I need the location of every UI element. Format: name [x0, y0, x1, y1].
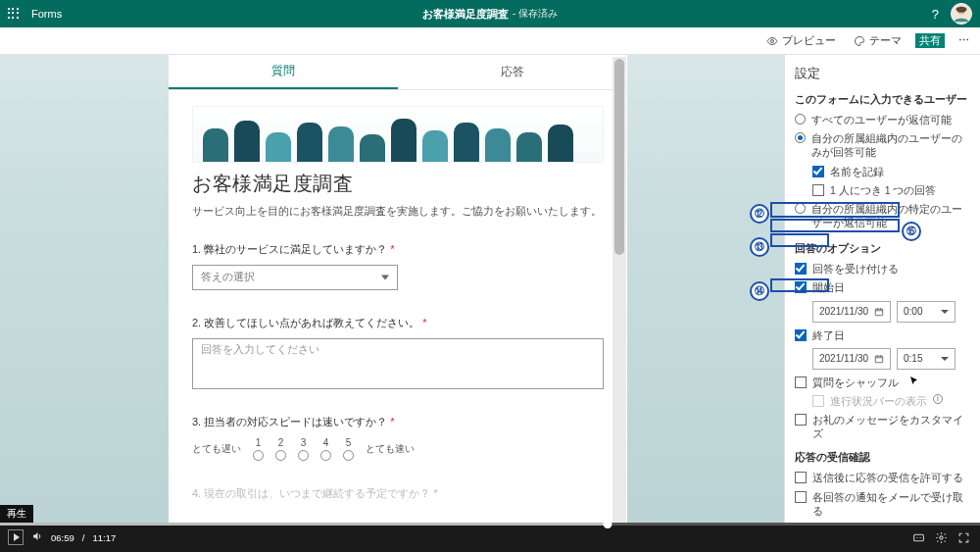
opt-accept[interactable]: 回答を受け付ける: [795, 262, 972, 276]
form-title[interactable]: お客様満足度調査: [192, 171, 604, 197]
checkbox-icon: [795, 491, 807, 503]
required-mark: *: [390, 416, 394, 427]
preview-button[interactable]: プレビュー: [762, 33, 840, 48]
avatar[interactable]: [951, 3, 972, 25]
video-progress-fill: [0, 523, 608, 526]
q2-textarea[interactable]: 回答を入力してください: [192, 338, 604, 389]
required-mark: *: [422, 317, 426, 328]
form-scrollbar[interactable]: [612, 57, 626, 523]
tab-questions-label: 質問: [271, 63, 295, 79]
q2-label: 2. 改善してほしい点があれば教えてください。: [192, 317, 419, 328]
opt-end-date[interactable]: 終了日: [795, 328, 972, 342]
settings-gear-icon[interactable]: [935, 531, 948, 544]
play-icon: [14, 533, 20, 541]
annotation-12: ⑫: [750, 204, 769, 224]
play-label: 再生: [0, 505, 33, 523]
form-header-image[interactable]: [192, 106, 604, 163]
who-heading: このフォームに入力できるユーザー: [795, 92, 972, 107]
annotation-13: ⑬: [750, 237, 769, 257]
tab-responses-label: 応答: [501, 64, 524, 80]
volume-icon: [31, 530, 43, 542]
fullscreen-icon[interactable]: [957, 531, 970, 544]
opt-record-name[interactable]: 名前を記録: [812, 165, 972, 178]
start-time-input[interactable]: 0:00: [897, 301, 956, 323]
start-date-input[interactable]: 2021/11/30: [812, 301, 891, 323]
app-brand: Forms: [31, 8, 62, 20]
annotation-15: ⑮: [902, 222, 921, 241]
question-1[interactable]: 1. 弊社のサービスに満足していますか？ * 答えの選択: [192, 242, 604, 290]
opt-shuffle[interactable]: 質問をシャッフル: [795, 376, 972, 389]
app-launcher-button[interactable]: [0, 0, 27, 27]
workspace: 質問 応答 お客様満足度調査: [0, 55, 980, 523]
opt-one-per[interactable]: 1 人につき 1 つの回答: [812, 183, 972, 197]
annotation-14: ⑭: [750, 281, 769, 301]
radio-icon: [795, 132, 806, 143]
required-mark: *: [390, 243, 394, 255]
action-bar: プレビュー テーマ 共有 ⋯: [0, 27, 980, 55]
checkbox-icon: [795, 414, 807, 426]
scrollbar-thumb[interactable]: [614, 59, 624, 255]
svg-point-2: [771, 39, 774, 42]
checkbox-icon: [812, 184, 824, 196]
palette-icon: [854, 35, 865, 47]
captions-icon[interactable]: [912, 531, 925, 544]
checkbox-icon: [795, 281, 807, 293]
question-3[interactable]: 3. 担当者の対応スピードは速いですか？ * とても遅い 1 2 3 4 5 と…: [192, 415, 604, 461]
opt-org[interactable]: 自分の所属組織内のユーザーのみが回答可能: [795, 131, 972, 159]
help-icon[interactable]: ?: [932, 7, 939, 22]
form-description[interactable]: サービス向上を目的にお客様満足度調査を実施します。ご協力をお願いいたします。: [192, 205, 604, 219]
rating-option-3[interactable]: 3: [298, 437, 309, 461]
q1-select[interactable]: 答えの選択: [192, 265, 398, 290]
video-progress-knob[interactable]: [604, 520, 612, 528]
tab-questions[interactable]: 質問: [169, 55, 398, 89]
share-button[interactable]: 共有: [915, 33, 945, 48]
settings-pane: 設定 このフォームに入力できるユーザー すべてのユーザーが返信可能 自分の所属組…: [784, 55, 980, 523]
info-icon[interactable]: i: [933, 394, 943, 404]
document-title[interactable]: お客様満足度調査: [422, 7, 509, 22]
tab-responses[interactable]: 応答: [398, 55, 627, 89]
volume-button[interactable]: [31, 530, 43, 544]
receipt-heading: 応答の受信確認: [795, 450, 972, 465]
q1-label: 1. 弊社のサービスに満足していますか？: [192, 243, 387, 255]
checkbox-icon: [795, 376, 807, 388]
checkbox-icon: [812, 395, 824, 407]
opt-allow-receipt[interactable]: 送信後に応答の受信を許可する: [795, 471, 972, 484]
q3-label: 3. 担当者の対応スピードは速いですか？: [192, 416, 387, 427]
app-bar: Forms お客様満足度調査 - 保存済み ?: [0, 0, 980, 27]
rating-option-5[interactable]: 5: [343, 437, 354, 461]
rating-option-1[interactable]: 1: [253, 437, 264, 461]
preview-label: プレビュー: [782, 33, 836, 48]
svg-point-6: [940, 535, 943, 538]
opt-start-date[interactable]: 開始日: [795, 280, 972, 294]
rating-high-label: とても速い: [366, 442, 415, 456]
play-button[interactable]: [8, 529, 24, 545]
checkbox-icon: [795, 263, 807, 275]
svg-rect-3: [875, 309, 882, 316]
calendar-icon: [874, 307, 884, 317]
theme-button[interactable]: テーマ: [850, 33, 906, 48]
share-label: 共有: [919, 33, 941, 48]
opt-email-receipt[interactable]: 各回答の通知をメールで受け取る: [795, 490, 972, 518]
radio-icon: [795, 114, 806, 125]
question-4-truncated: 4. 現在の取引は、いつまで継続する予定ですか？ *: [192, 486, 604, 501]
eye-icon: [766, 35, 778, 47]
end-date-input[interactable]: 2021/11/30: [812, 348, 891, 370]
question-2[interactable]: 2. 改善してほしい点があれば教えてください。 * 回答を入力してください: [192, 316, 604, 389]
rating-option-2[interactable]: 2: [275, 437, 286, 461]
document-title-area: お客様満足度調査 - 保存済み: [422, 7, 558, 22]
opt-anyone[interactable]: すべてのユーザーが返信可能: [795, 113, 972, 126]
opt-specific[interactable]: 自分の所属組織内の特定のユーザーが返信可能: [795, 202, 972, 229]
svg-rect-4: [875, 356, 882, 363]
radio-icon: [795, 203, 806, 214]
end-time-input[interactable]: 0:15: [897, 348, 956, 370]
video-time-sep: /: [82, 532, 85, 543]
opt-thankyou[interactable]: お礼のメッセージをカスタマイズ: [795, 413, 972, 440]
video-progress-track[interactable]: [0, 523, 980, 526]
checkbox-icon: [795, 472, 807, 483]
checkbox-icon: [795, 329, 807, 341]
rating-option-4[interactable]: 4: [320, 437, 331, 461]
more-button[interactable]: ⋯: [955, 34, 974, 47]
resp-heading: 回答のオプション: [795, 241, 972, 256]
theme-label: テーマ: [869, 33, 902, 48]
svg-rect-5: [914, 534, 924, 541]
